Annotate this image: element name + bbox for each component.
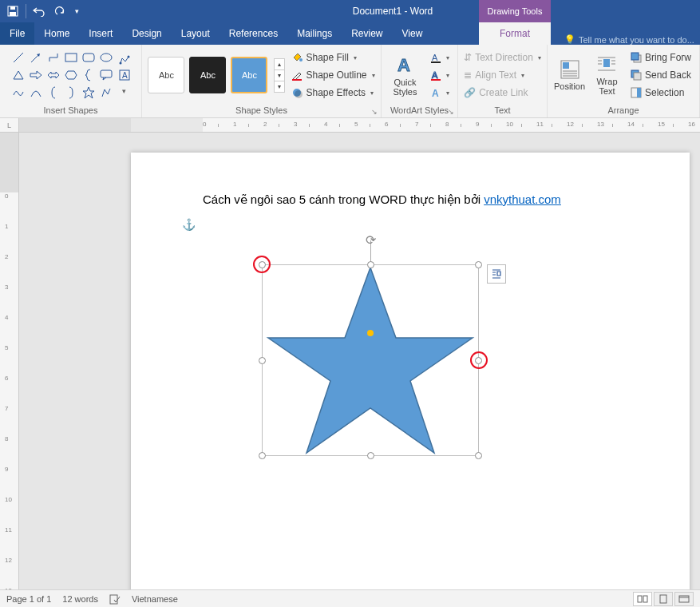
text-effects-button[interactable]: A▾ [427,85,453,101]
wrap-text-button[interactable]: Wrap Text [587,51,627,99]
svg-rect-28 [603,59,610,67]
highlight-ring-nw [253,256,271,273]
shape-scribble-icon[interactable] [10,85,26,101]
shape-rbracket-icon[interactable] [63,85,79,101]
quick-styles-button[interactable]: A Quick Styles [386,50,424,100]
text-box-icon[interactable]: A [117,68,132,82]
send-backward-icon [631,69,642,81]
selected-shape[interactable]: ⟳ [262,264,479,456]
resize-handle-sw[interactable] [259,452,266,459]
layout-options-button[interactable] [487,264,506,284]
resize-handle-n[interactable] [367,261,374,268]
shape-outline-button[interactable]: Shape Outline▾ [291,67,374,83]
shape-roundrect-icon[interactable] [81,50,97,65]
shape-callout-icon[interactable] [98,67,114,83]
shapes-gallery[interactable] [10,50,114,101]
group-label-insert-shapes: Insert Shapes [5,104,136,117]
text-fill-button[interactable]: A▾ [427,50,453,65]
shape-star-icon[interactable] [81,85,97,101]
status-page[interactable]: Page 1 of 1 [6,594,51,604]
view-print-layout-button[interactable] [654,592,673,606]
shape-effects-button[interactable]: Shape Effects▾ [291,85,374,101]
bring-forward-button[interactable]: Bring Forw [627,50,694,65]
star-shape[interactable] [262,264,479,456]
create-link-button[interactable]: 🔗Create Link [461,85,544,101]
undo-icon[interactable] [30,2,49,21]
text-direction-button[interactable]: ⇵Text Direction▾ [461,50,544,65]
group-label-wordart: WordArt Styles [390,105,449,115]
gallery-down-icon[interactable]: ▾ [274,69,285,81]
shape-elbow-icon[interactable] [45,50,61,65]
body-paragraph[interactable]: Cách vẽ ngôi sao 5 cánh trong WORD thực … [203,192,561,207]
style-thumb-blue[interactable]: Abc [231,57,267,93]
text-outline-button[interactable]: A▾ [427,67,453,83]
style-thumb-dark[interactable]: Abc [189,57,226,93]
svg-rect-40 [637,88,641,97]
qat-customize-icon[interactable]: ▾ [71,2,82,21]
status-language[interactable]: Vietnamese [132,594,178,604]
tab-design[interactable]: Design [122,22,171,45]
horizontal-ruler[interactable]: 210123456789101112131415161718 [19,118,700,133]
selection-pane-button[interactable]: Selection [627,85,694,101]
save-icon[interactable] [3,2,22,21]
selection-pane-icon [631,87,642,98]
document-area[interactable]: Cách vẽ ngôi sao 5 cánh trong WORD thực … [19,133,700,589]
gallery-more-icon[interactable]: ▾ [274,81,285,93]
shapes-more-icon[interactable]: ▾ [117,84,132,98]
resize-handle-ne[interactable] [475,261,482,268]
resize-handle-w[interactable] [259,357,266,364]
bring-forward-icon [631,52,642,63]
shape-hexagon-icon[interactable] [63,67,79,83]
shape-dblarrow-icon[interactable] [45,67,61,83]
svg-rect-2 [10,12,16,16]
shape-arrow-icon[interactable] [28,50,44,65]
shape-freeform-icon[interactable] [98,85,114,101]
edit-shape-icon[interactable] [117,52,132,66]
tab-view[interactable]: View [393,22,433,45]
shape-arc-icon[interactable] [28,85,44,101]
style-thumb-outline[interactable]: Abc [148,57,184,93]
shape-lbracket-icon[interactable] [45,85,61,101]
ruler-corner: L [0,118,19,133]
shape-fill-button[interactable]: Shape Fill▾ [291,50,374,65]
svg-rect-36 [631,53,639,60]
resize-handle-s[interactable] [367,452,374,459]
shape-rect-icon[interactable] [63,50,79,65]
redo-icon[interactable] [50,2,69,21]
vertical-ruler[interactable]: 1012345678910111213141516 [0,133,19,589]
shape-line-icon[interactable] [10,50,26,65]
tab-format[interactable]: Format [479,22,551,45]
shape-ellipse-icon[interactable] [98,50,114,65]
body-link[interactable]: vnkythuat.com [484,192,561,206]
tab-insert[interactable]: Insert [79,22,122,45]
adjustment-handle[interactable] [367,330,374,336]
proofing-icon[interactable] [109,593,121,605]
resize-handle-se[interactable] [475,452,482,459]
shape-triangle-icon[interactable] [10,67,26,83]
group-label-shape-styles: Shape Styles [235,105,287,115]
shape-styles-launcher-icon[interactable]: ↘ [371,108,378,116]
page: Cách vẽ ngôi sao 5 cánh trong WORD thực … [131,153,690,589]
anchor-icon[interactable]: ⚓ [182,218,196,231]
view-web-layout-button[interactable] [674,592,694,606]
svg-rect-14 [292,79,302,81]
rotation-handle-icon[interactable]: ⟳ [366,232,376,248]
send-backward-button[interactable]: Send Back [627,67,694,83]
tab-review[interactable]: Review [342,22,392,45]
tab-home[interactable]: Home [34,22,79,45]
position-button[interactable]: Position [552,56,587,94]
tell-me-search[interactable]: 💡 Tell me what you want to do... [555,34,694,45]
tab-mailings[interactable]: Mailings [287,22,342,45]
shape-rarrow-icon[interactable] [28,67,44,83]
wrap-text-label: Wrap Text [591,77,623,96]
selection-pane-label: Selection [645,87,684,98]
shape-lbrace-icon[interactable] [81,67,97,83]
status-words[interactable]: 12 words [62,594,98,604]
align-text-button[interactable]: ≣Align Text▾ [461,67,544,83]
view-read-mode-button[interactable] [633,592,652,606]
tab-layout[interactable]: Layout [172,22,219,45]
gallery-up-icon[interactable]: ▴ [274,58,285,70]
tab-references[interactable]: References [219,22,287,45]
tab-file[interactable]: File [0,22,34,45]
wordart-launcher-icon[interactable]: ↘ [448,108,454,116]
